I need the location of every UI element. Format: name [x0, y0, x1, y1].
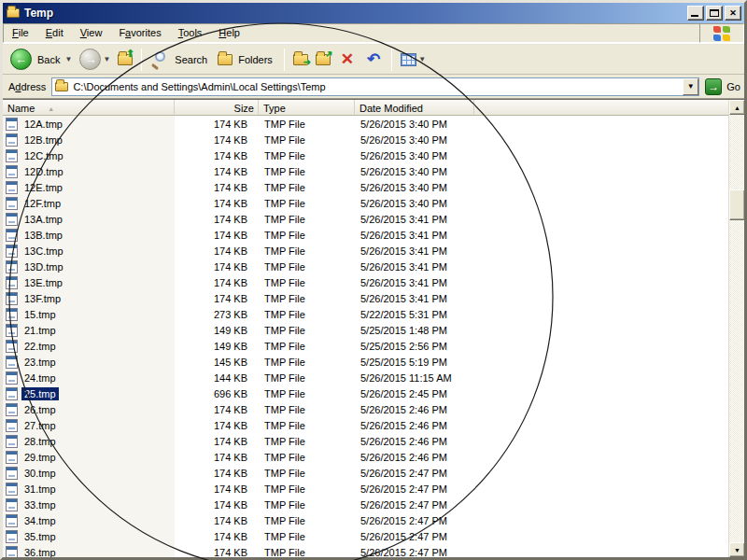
menu-favorites[interactable]: Favorites — [110, 24, 169, 42]
file-row[interactable]: 27.tmp174 KBTMP File5/26/2015 2:46 PM — [3, 417, 728, 433]
file-row[interactable]: 12D.tmp174 KBTMP File5/26/2015 3:40 PM — [3, 163, 728, 179]
go-button[interactable]: → Go — [705, 78, 740, 95]
tmp-file-icon — [6, 387, 18, 400]
file-date-modified: 5/26/2015 3:40 PM — [355, 198, 474, 209]
search-button[interactable]: Search — [147, 49, 214, 71]
file-name-cell: 12A.tmp — [3, 118, 175, 131]
file-row[interactable]: 23.tmp145 KBTMP File5/25/2015 5:19 PM — [3, 354, 728, 370]
column-header-filler — [474, 100, 728, 116]
copy-to-button[interactable]: ➜ — [312, 52, 334, 67]
delete-icon: ✕ — [338, 51, 357, 67]
file-date-modified: 5/26/2015 2:47 PM — [355, 531, 474, 542]
file-row[interactable]: 15.tmp273 KBTMP File5/22/2015 5:31 PM — [3, 306, 728, 322]
delete-button[interactable]: ✕ — [334, 49, 360, 69]
file-row[interactable]: 34.tmp174 KBTMP File5/26/2015 2:47 PM — [3, 512, 728, 528]
file-size: 696 KB — [175, 388, 259, 399]
file-row[interactable]: 36.tmp174 KBTMP File5/26/2015 2:47 PM — [3, 544, 728, 557]
column-header-size[interactable]: Size — [175, 100, 259, 116]
file-row[interactable]: 12C.tmp174 KBTMP File5/26/2015 3:40 PM — [3, 147, 728, 163]
file-size: 174 KB — [175, 468, 259, 479]
scroll-up-button[interactable]: ▲ — [729, 100, 744, 115]
menu-tools[interactable]: Tools — [170, 24, 211, 42]
sort-ascending-icon: ▲ — [48, 105, 54, 112]
file-row[interactable]: 30.tmp174 KBTMP File5/26/2015 2:47 PM — [3, 465, 728, 481]
file-rows: 12A.tmp174 KBTMP File5/26/2015 3:40 PM12… — [3, 116, 728, 557]
file-type: TMP File — [259, 134, 355, 146]
file-row[interactable]: 25.tmp696 KBTMP File5/26/2015 2:45 PM — [3, 385, 728, 401]
file-type: TMP File — [259, 499, 355, 511]
address-bar: Address C:\Documents and Settings\Admin\… — [3, 75, 744, 99]
file-row[interactable]: 12A.tmp174 KBTMP File5/26/2015 3:40 PM — [3, 116, 728, 132]
menu-view[interactable]: View — [72, 24, 111, 42]
address-dropdown-button[interactable]: ▼ — [683, 78, 698, 95]
file-name: 12D.tmp — [21, 165, 66, 178]
address-folder-icon — [55, 82, 68, 91]
back-dropdown-icon[interactable]: ▼ — [64, 55, 72, 63]
title-bar[interactable]: Temp ✕ — [3, 3, 744, 23]
tmp-file-icon — [6, 514, 18, 527]
close-button[interactable]: ✕ — [725, 6, 741, 21]
file-row[interactable]: 35.tmp174 KBTMP File5/26/2015 2:47 PM — [3, 528, 728, 544]
file-type: TMP File — [259, 150, 355, 161]
file-row[interactable]: 13B.tmp174 KBTMP File5/26/2015 3:41 PM — [3, 227, 728, 243]
scrollbar-thumb[interactable] — [729, 189, 744, 220]
file-row[interactable]: 24.tmp144 KBTMP File5/26/2015 11:15 AM — [3, 370, 728, 385]
file-row[interactable]: 29.tmp174 KBTMP File5/26/2015 2:46 PM — [3, 449, 728, 465]
file-row[interactable]: 33.tmp174 KBTMP File5/26/2015 2:47 PM — [3, 497, 728, 512]
views-dropdown-icon[interactable]: ▼ — [418, 55, 426, 63]
file-name-cell: 13F.tmp — [3, 292, 175, 305]
file-row[interactable]: 13E.tmp174 KBTMP File5/26/2015 3:41 PM — [3, 274, 728, 290]
folders-label: Folders — [238, 54, 273, 65]
column-header-type[interactable]: Type — [259, 100, 355, 116]
undo-button[interactable]: ↶ — [360, 49, 387, 69]
vertical-scrollbar[interactable]: ▲ ▼ — [728, 100, 744, 557]
tmp-file-icon — [6, 260, 18, 273]
file-row[interactable]: 28.tmp174 KBTMP File5/26/2015 2:46 PM — [3, 433, 728, 449]
undo-icon: ↶ — [364, 51, 383, 67]
explorer-window: Temp ✕ FileEditViewFavoritesToolsHelp ← … — [0, 0, 747, 560]
file-size: 174 KB — [175, 150, 259, 161]
file-size: 174 KB — [175, 119, 259, 130]
menu-help[interactable]: Help — [210, 24, 248, 42]
file-type: TMP File — [259, 547, 355, 558]
maximize-button[interactable] — [706, 6, 723, 21]
menu-file[interactable]: File — [4, 24, 37, 42]
forward-dropdown-icon[interactable]: ▼ — [103, 55, 110, 63]
file-size: 174 KB — [175, 230, 259, 241]
file-row[interactable]: 13F.tmp174 KBTMP File5/26/2015 3:41 PM — [3, 290, 728, 306]
file-row[interactable]: 12F.tmp174 KBTMP File5/26/2015 3:40 PM — [3, 195, 728, 211]
back-button[interactable]: ← Back ▼ — [7, 47, 76, 72]
file-name: 12A.tmp — [21, 118, 65, 131]
up-button[interactable]: ⬆ — [114, 52, 136, 67]
address-input[interactable]: C:\Documents and Settings\Admin\Local Se… — [51, 77, 699, 96]
column-header-name[interactable]: Name▲ — [3, 100, 175, 116]
file-row[interactable]: 13D.tmp174 KBTMP File5/26/2015 3:41 PM — [3, 259, 728, 274]
file-name: 12F.tmp — [21, 197, 63, 210]
file-row[interactable]: 31.tmp174 KBTMP File5/26/2015 2:47 PM — [3, 481, 728, 497]
file-name-cell: 12D.tmp — [3, 165, 175, 178]
folders-button[interactable]: Folders — [214, 52, 279, 67]
forward-button[interactable]: → ▼ — [76, 47, 114, 72]
minimize-button[interactable] — [687, 6, 704, 21]
file-row[interactable]: 26.tmp174 KBTMP File5/26/2015 2:46 PM — [3, 401, 728, 417]
file-type: TMP File — [259, 388, 355, 399]
file-type: TMP File — [259, 372, 355, 384]
file-name-cell: 13B.tmp — [3, 229, 175, 242]
file-row[interactable]: 21.tmp149 KBTMP File5/25/2015 1:48 PM — [3, 322, 728, 338]
file-row[interactable]: 22.tmp149 KBTMP File5/25/2015 2:56 PM — [3, 338, 728, 354]
menu-edit[interactable]: Edit — [37, 24, 72, 42]
file-size: 174 KB — [175, 166, 259, 177]
file-size: 145 KB — [175, 357, 259, 368]
tmp-file-icon — [6, 324, 18, 337]
file-name-cell: 24.tmp — [3, 371, 175, 385]
move-to-button[interactable]: ➜ — [289, 52, 312, 67]
file-row[interactable]: 13A.tmp174 KBTMP File5/26/2015 3:41 PM — [3, 211, 728, 227]
file-date-modified: 5/26/2015 11:15 AM — [355, 372, 474, 384]
file-name-cell: 28.tmp — [3, 435, 175, 448]
file-row[interactable]: 12E.tmp174 KBTMP File5/26/2015 3:40 PM — [3, 179, 728, 195]
scroll-down-button[interactable]: ▼ — [729, 542, 744, 557]
file-row[interactable]: 13C.tmp174 KBTMP File5/26/2015 3:41 PM — [3, 243, 728, 259]
views-button[interactable]: ▼ — [397, 51, 430, 68]
file-row[interactable]: 12B.tmp174 KBTMP File5/26/2015 3:40 PM — [3, 132, 728, 147]
column-header-date-modified[interactable]: Date Modified — [355, 100, 474, 116]
